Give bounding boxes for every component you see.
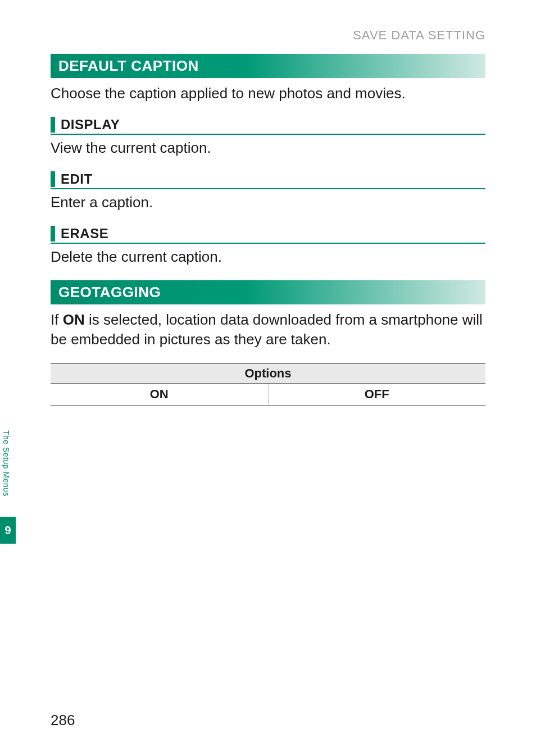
section-heading-geotagging: GEOTAGGING: [51, 280, 485, 304]
erase-text: Delete the current caption.: [51, 247, 485, 267]
accent-bar-icon: [51, 117, 55, 133]
subsection-edit: EDIT: [51, 171, 485, 189]
option-on: ON: [51, 383, 268, 405]
subsection-erase-title: ERASE: [61, 226, 108, 242]
options-header-cell: Options: [51, 363, 485, 383]
side-chapter-number: 9: [0, 517, 16, 544]
section-heading-default-caption: DEFAULT CAPTION: [51, 54, 485, 78]
table-header-row: Options: [51, 363, 485, 383]
geotagging-intro-suffix: is selected, location data downloaded fr…: [51, 311, 483, 348]
geotagging-intro-bold: ON: [63, 311, 85, 328]
subsection-display: DISPLAY: [51, 117, 485, 135]
side-tab-label: The Setup Menus: [0, 416, 12, 511]
page-number: 286: [51, 712, 75, 729]
geotagging-intro: If ON is selected, location data downloa…: [51, 310, 485, 349]
edit-text: Enter a caption.: [51, 193, 485, 212]
accent-bar-icon: [51, 171, 55, 187]
subsection-erase: ERASE: [51, 226, 485, 244]
table-row: ON OFF: [51, 383, 485, 405]
page: SAVE DATA SETTING DEFAULT CAPTION Choose…: [0, 0, 536, 756]
geotagging-intro-prefix: If: [51, 311, 63, 328]
subsection-display-title: DISPLAY: [61, 117, 120, 133]
geotagging-options-table: Options ON OFF: [51, 363, 485, 406]
default-caption-intro: Choose the caption applied to new photos…: [51, 84, 485, 103]
accent-bar-icon: [51, 226, 55, 242]
running-title: SAVE DATA SETTING: [51, 28, 485, 43]
option-off: OFF: [268, 383, 485, 405]
display-text: View the current caption.: [51, 138, 485, 158]
subsection-edit-title: EDIT: [61, 171, 93, 187]
